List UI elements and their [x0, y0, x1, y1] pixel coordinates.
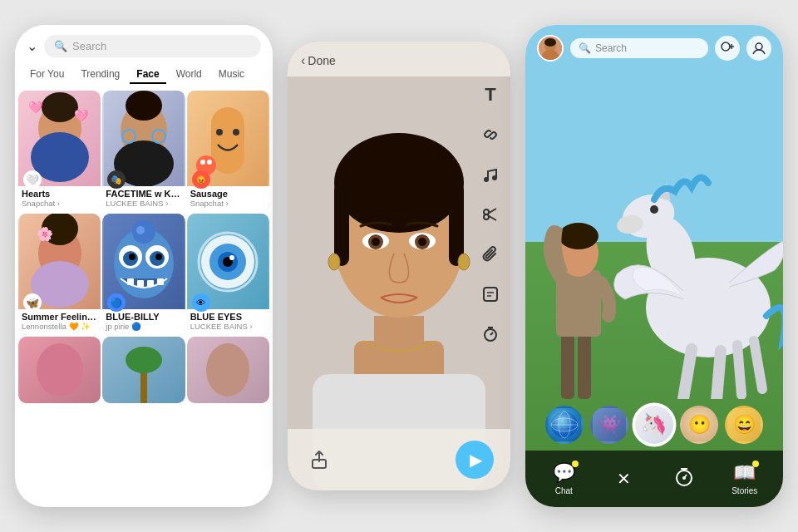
lens-face[interactable]: 😶: [680, 406, 718, 444]
svg-point-18: [207, 160, 212, 165]
svg-rect-75: [484, 288, 497, 301]
nav-timer[interactable]: [661, 466, 707, 492]
tab-foryou[interactable]: For You: [23, 66, 71, 84]
stories-icon: 📖: [733, 462, 756, 484]
filter-card-billy[interactable]: 🔵 BLUE-BILLY jp pirie 🔵: [102, 214, 185, 335]
filter-info-blueeyes: BLUE EYES LUCKEE BAINS ›: [187, 309, 269, 335]
lens-emoji[interactable]: 😄: [725, 406, 763, 444]
nav-stories[interactable]: 📖 Stories: [722, 462, 768, 495]
nav-close[interactable]: ✕: [601, 469, 648, 489]
filter-name: Sausage: [190, 189, 266, 199]
svg-point-9: [126, 91, 162, 121]
right-search-bar[interactable]: 🔍 Search: [570, 38, 708, 58]
link-tool-icon[interactable]: [479, 123, 502, 146]
filter-card-hearts[interactable]: 🩷🩷 🤍 Hearts Snapchat ›: [18, 91, 101, 212]
center-header: ‹ Done: [288, 42, 510, 76]
svg-rect-32: [127, 278, 134, 285]
lens-monster[interactable]: 👾: [590, 406, 628, 444]
filter-name: BLUE EYES: [190, 312, 266, 322]
right-phone: 🔍 Search 👾 🦄: [525, 25, 783, 507]
add-friend-button[interactable]: [715, 36, 740, 61]
svg-point-114: [682, 476, 686, 480]
filter-info-hearts: Hearts Snapchat ›: [18, 186, 101, 212]
svg-rect-58: [334, 183, 349, 266]
svg-rect-93: [561, 332, 574, 399]
center-phone: ‹ Done T: [288, 42, 510, 490]
nav-chat[interactable]: 💬 Chat: [540, 462, 587, 495]
svg-rect-55: [374, 316, 424, 374]
tab-face[interactable]: Face: [130, 66, 165, 84]
svg-point-30: [129, 254, 135, 260]
svg-point-17: [200, 160, 205, 165]
lens-unicorn[interactable]: 🦄: [633, 403, 677, 447]
svg-point-37: [136, 226, 145, 234]
filter-card-facetime[interactable]: 🎭 FACETIME w KYLIE LUCKEE BAINS ›: [102, 91, 185, 212]
svg-rect-13: [211, 107, 244, 174]
badge-sausage: 😡: [192, 170, 210, 189]
svg-point-3: [42, 92, 78, 122]
svg-line-73: [489, 209, 497, 214]
filter-creator: Snapchat ›: [190, 199, 266, 208]
center-content: ‹ Done T: [288, 42, 510, 490]
filter-card-summer[interactable]: 🌸 🦋 Summer Feelings Lennonstella 🧡 ✨: [18, 214, 101, 335]
timer-tool-icon[interactable]: [479, 323, 502, 346]
center-bottom-bar: ▶: [288, 429, 510, 490]
nav-tabs: For You Trending Face World Music: [15, 62, 273, 91]
svg-text:🩷: 🩷: [74, 109, 89, 123]
filter-card-r3b[interactable]: [102, 337, 185, 403]
tab-trending[interactable]: Trending: [74, 66, 126, 84]
right-search-placeholder: Search: [595, 42, 627, 54]
back-button[interactable]: ‹ Done: [301, 53, 336, 68]
profile-button[interactable]: [746, 36, 771, 61]
svg-point-101: [544, 38, 556, 47]
svg-point-87: [650, 205, 658, 214]
svg-rect-95: [556, 270, 601, 337]
text-tool-icon[interactable]: T: [479, 83, 502, 106]
chevron-down-icon[interactable]: ⌄: [27, 38, 37, 54]
filter-creator: Lennonstella 🧡 ✨: [22, 322, 97, 331]
svg-point-67: [458, 254, 470, 270]
svg-point-43: [229, 255, 234, 260]
lens-globe[interactable]: [545, 406, 584, 444]
music-tool-icon[interactable]: [479, 163, 502, 186]
filter-grid: 🩷🩷 🤍 Hearts Snapchat ›: [15, 91, 273, 403]
timer-icon: [673, 466, 695, 492]
paperclip-tool-icon[interactable]: [479, 243, 502, 266]
filter-card-r3c[interactable]: [187, 337, 269, 403]
scissors-tool-icon[interactable]: [479, 203, 502, 226]
svg-line-68: [489, 133, 492, 136]
filter-info-billy: BLUE-BILLY jp pirie 🔵: [102, 309, 185, 335]
search-icon: 🔍: [54, 40, 67, 52]
badge-hearts: 🤍: [23, 170, 42, 189]
share-button[interactable]: [304, 445, 334, 475]
filter-creator: LUCKEE BAINS ›: [106, 199, 181, 208]
chat-icon: 💬: [553, 462, 575, 484]
search-placeholder: Search: [72, 40, 106, 52]
chat-notification-dot: [572, 461, 579, 467]
tab-world[interactable]: World: [170, 66, 209, 84]
svg-point-102: [722, 42, 730, 51]
filter-name: BLUE-BILLY: [106, 312, 181, 322]
tab-music[interactable]: Music: [212, 66, 251, 84]
avatar[interactable]: [537, 35, 564, 62]
svg-rect-94: [578, 332, 591, 399]
badge-blueeyes: 👁: [192, 293, 210, 312]
sticker-tool-icon[interactable]: [479, 283, 502, 306]
svg-point-46: [37, 343, 83, 397]
svg-line-92: [754, 341, 762, 389]
filter-info-summer: Summer Feelings Lennonstella 🧡 ✨: [18, 309, 101, 335]
ar-scene: [525, 65, 783, 399]
right-bottom-nav: 💬 Chat ✕ 📖: [525, 451, 783, 507]
center-face-bg: [288, 42, 510, 490]
filter-card-r3a[interactable]: [18, 337, 101, 403]
filter-card-sausage[interactable]: 😡 Sausage Snapchat ›: [187, 91, 269, 212]
filter-card-blueeyes[interactable]: 👁 BLUE EYES LUCKEE BAINS ›: [187, 214, 269, 335]
svg-line-74: [489, 216, 497, 221]
back-chevron-icon: ‹: [301, 53, 305, 68]
filter-name: Hearts: [22, 189, 97, 199]
right-header: 🔍 Search: [525, 25, 783, 68]
svg-point-49: [126, 347, 162, 373]
send-button[interactable]: ▶: [456, 441, 494, 479]
search-bar[interactable]: 🔍 Search: [44, 35, 261, 57]
filter-creator: Snapchat ›: [22, 199, 97, 208]
